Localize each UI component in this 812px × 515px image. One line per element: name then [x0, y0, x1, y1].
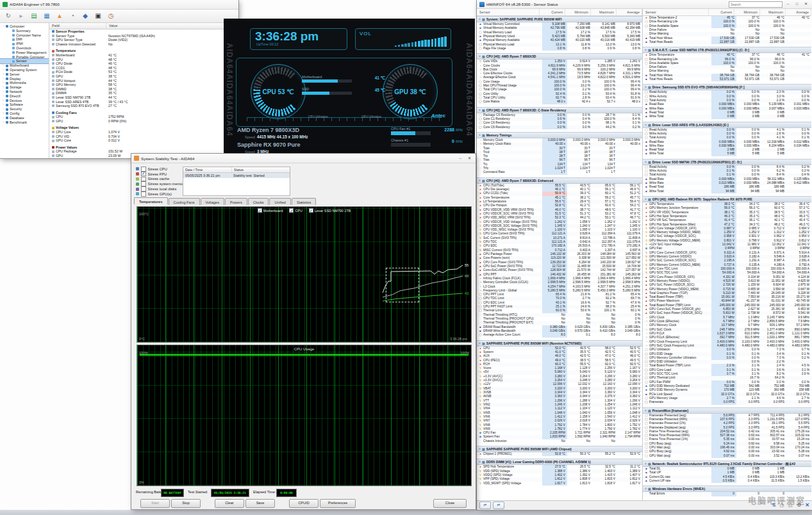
field-row[interactable]: Lexar SSD NM790 1TB44 °C — [49, 95, 238, 100]
close-sensors-icon[interactable]: ✕ — [805, 502, 809, 509]
sidebar-item-directx[interactable]: ›DirectX — [0, 94, 49, 99]
column-sensor[interactable]: Sensor — [643, 9, 709, 15]
field-row[interactable]: CPU Diode46 °C — [49, 61, 238, 66]
sensor-row[interactable]: ◯Average Active Core Count8.00.18.08.0 — [477, 333, 642, 337]
sensor-row[interactable]: ■Current UP rate0.5 KB/s0.4 KB/s31.5 KB/… — [643, 479, 811, 483]
field-row[interactable]: Chassis Intrusion DetectedNo — [49, 42, 238, 47]
sensor-row[interactable]: ·Chassis IntrusionNoNoNo — [477, 439, 642, 443]
field-row[interactable]: DIMM238 °C — [49, 87, 238, 92]
cpuid-icon[interactable]: ▣ — [94, 12, 103, 20]
refresh-icon[interactable]: ↻ — [4, 12, 13, 20]
sensor-group-header[interactable]: ∨▦Drive: Lexar SSD ARES 4TB (LAA53286J43… — [643, 122, 811, 128]
logging-clock-icon[interactable]: ◷ — [780, 502, 784, 509]
field-row[interactable]: CPU VID0.704 V — [49, 135, 238, 139]
sidebar-item-dmi[interactable]: DMI — [0, 37, 49, 42]
sensor-row[interactable]: ◯Core Ratios48.0 x42.4 x52.7 x48.0 x — [477, 100, 642, 104]
report-icon[interactable]: ▤ — [788, 502, 793, 509]
preferences-button[interactable]: Preferences — [320, 499, 356, 508]
sidebar-item-operating-system[interactable]: ›Operating System — [0, 68, 49, 72]
sidebar-item-summary[interactable]: Summary — [0, 29, 49, 33]
sidebar-item-multimedia[interactable]: ›Multimedia — [0, 81, 49, 85]
sensor-group-header[interactable]: ∨▦Drive: Lexar SSD NM790 1TB (PH3023JJ06… — [643, 159, 811, 165]
maximize-button[interactable]: □ — [793, 1, 800, 7]
sidebar-item-benchmark[interactable]: ›Benchmark — [0, 120, 49, 125]
sidebar-item-portable-computer[interactable]: Portable Computer — [0, 55, 49, 60]
field-row[interactable]: CCD148 °C — [49, 66, 238, 70]
sensor-group-header[interactable]: ∨▦CPU [#0]: AMD Ryzen 7 9800X3D: Enhance… — [477, 177, 642, 184]
checkbox[interactable] — [141, 186, 146, 192]
sensor-row[interactable]: ■Write Total5 MB5 MB5 MB — [643, 152, 811, 156]
field-row[interactable]: PCH Diode53 °C — [49, 70, 238, 74]
save-button[interactable]: Save — [245, 499, 275, 508]
log-col-status[interactable]: Status — [232, 167, 244, 172]
column-minimum[interactable]: Minimum — [565, 9, 591, 15]
sidebar-item-config[interactable]: ›Config — [0, 111, 49, 116]
reset-values-icon[interactable]: ⇅ — [772, 502, 776, 509]
stress-test-icon[interactable]: ▲ — [55, 12, 64, 20]
sensor-row[interactable]: ·Command Rate1 T1 T1 T — [477, 170, 642, 174]
field-row[interactable]: GPU Core0.312 V — [49, 138, 238, 143]
field-row[interactable]: Sensor TypeNuvoton NCT6799D (ISA A40h) — [49, 34, 238, 38]
field-row[interactable]: DIMM435 °C — [49, 91, 238, 95]
sidebar-item-network[interactable]: ›Network — [0, 90, 49, 94]
log-col-datetime[interactable]: Date / Time — [183, 167, 232, 172]
sensor-row[interactable]: ■Write Total94 MB94 MB94 MB — [643, 190, 811, 193]
field-row[interactable]: CPU1752 RPM — [49, 115, 238, 119]
field-group-header[interactable]: Sensor Properties — [49, 29, 238, 34]
checkbox[interactable] — [141, 192, 146, 197]
tab-voltages[interactable]: Voltages — [201, 198, 224, 205]
sensor-row[interactable]: ◯Page File Usage0.8 %0.8 %0.9 %0.8 % — [477, 47, 642, 51]
sidebar-item-storage[interactable]: ›Storage — [0, 85, 49, 90]
field-group-header[interactable]: Cooling Fans — [49, 111, 238, 115]
sidebar-item-devices[interactable]: ›Devices — [0, 99, 49, 103]
field-row[interactable]: GPU Sensor TypeDiode (VID2) — [49, 38, 238, 42]
sensor-group-header[interactable]: ∨▦Network: Realtek Semiconductor RTL8125… — [643, 461, 811, 467]
column-sensor[interactable]: Sensor — [477, 9, 540, 15]
tab-unified[interactable]: Unified — [269, 198, 290, 205]
field-row[interactable]: Motherboard41 °C — [49, 53, 238, 58]
minimize-button[interactable]: – — [457, 156, 464, 161]
sensor-group-header[interactable]: ∨▦GPU [#0]: AMD Radeon RX 9070: Sapphire… — [643, 196, 811, 202]
field-row[interactable]: GPU Memory58 °C — [49, 83, 238, 87]
sensor-group-header[interactable]: ∨▦SAPPHIRE SAPPHIRE PURE B650M WIFI (AMD… — [477, 446, 642, 452]
sidebar-item-sensor[interactable]: Sensor — [0, 59, 49, 63]
sensor-row[interactable]: ↯VDD_MGMT (SPD) Voltage1.817 V1.813 V1.8… — [477, 482, 642, 486]
cpuid-button[interactable]: CPUID — [289, 499, 319, 508]
column-value[interactable]: Value — [106, 23, 117, 29]
benchmark-icon[interactable]: ◔ — [68, 12, 77, 20]
sensor-row[interactable]: ■Write Total0 MB0 MB0 MB — [643, 115, 811, 119]
tab-cooling-fans[interactable]: Cooling Fans — [169, 198, 200, 205]
sensor-group-header[interactable]: ∨▦DDR5 DIMM [#1]: Lexar Gaming DDR5-6000… — [477, 459, 642, 465]
sensor-group-header[interactable]: ∨▦Windows Hardware Errors (WHEA) — [643, 486, 811, 492]
start-button[interactable]: Start — [140, 499, 170, 508]
sensor-group-header[interactable]: ∨▦CPU [#0]: AMD Ryzen 7 9800X3D — [477, 53, 642, 60]
tab-temperatures[interactable]: Temperatures — [134, 197, 168, 204]
minimize-button[interactable]: – — [784, 1, 791, 7]
sensor-group-header[interactable]: ∨▦CPU [#0]: AMD Ryzen 7 9800X3D: C-State… — [477, 107, 642, 113]
column-maximum[interactable]: Maximum — [760, 9, 786, 15]
next-page-button[interactable]: ⇄ — [493, 502, 504, 509]
sidebar-item-display[interactable]: ›Display — [0, 77, 49, 81]
sensor-row[interactable]: ■Total Host Reads53,971 GB53,971 GB53,97… — [643, 78, 811, 81]
sensor-group-header[interactable]: ∨▦PresentMon [framerate] — [643, 407, 811, 414]
log-row[interactable]: 05/05/2025 3:36:21 pm Stability test: St… — [183, 173, 290, 178]
checkbox[interactable] — [141, 172, 146, 177]
sensor-row[interactable]: ◯GPU Wait (avg)0.07 ms0.00 ms3.52 ms0.07… — [643, 454, 811, 458]
tab-powers[interactable]: Powers — [225, 198, 247, 205]
sidebar-item-server[interactable]: ›Server — [0, 72, 49, 77]
prev-page-button[interactable]: ⇄ — [479, 502, 491, 509]
sidebar-item-security[interactable]: ›Security — [0, 107, 49, 111]
clock-gauge-icon[interactable]: ◷ — [106, 12, 115, 20]
field-group-header[interactable]: Voltage Values — [49, 126, 238, 130]
tab-statistics[interactable]: Statistics — [292, 198, 316, 205]
sidebar-item-software[interactable]: ›Software — [0, 102, 49, 107]
close-button[interactable]: ✕ — [466, 156, 473, 161]
sensor-group-header[interactable]: ∨▦System: SAPPHIRE SAPPHIRE PURE B650M W… — [477, 16, 642, 22]
field-row[interactable]: CPU Core1.074 V — [49, 130, 238, 135]
sensor-row[interactable]: ◯Framerate0.0 FPS0.0 FPS0.0 FPS0.0 FPS — [643, 400, 811, 404]
sensor-group-header[interactable]: ∨▦Memory Timings — [477, 132, 642, 138]
column-minimum[interactable]: Minimum — [734, 9, 760, 15]
sidebar-item-computer[interactable]: ›Computer — [0, 24, 49, 29]
sensor-row[interactable]: ·Total Errors000 — [643, 492, 811, 496]
sidebar-item-power-management[interactable]: Power Management — [0, 51, 49, 55]
